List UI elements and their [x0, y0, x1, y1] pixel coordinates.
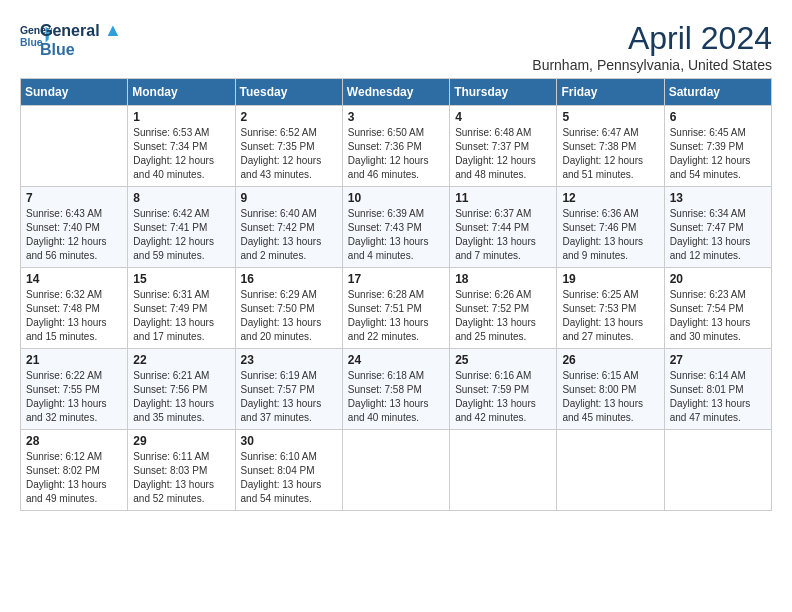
day-info: Sunrise: 6:50 AM Sunset: 7:36 PM Dayligh… — [348, 126, 444, 182]
title-block: April 2024 Burnham, Pennsylvania, United… — [532, 20, 772, 73]
day-info: Sunrise: 6:43 AM Sunset: 7:40 PM Dayligh… — [26, 207, 122, 263]
day-number: 21 — [26, 353, 122, 367]
day-number: 15 — [133, 272, 229, 286]
day-info: Sunrise: 6:10 AM Sunset: 8:04 PM Dayligh… — [241, 450, 337, 506]
day-info: Sunrise: 6:14 AM Sunset: 8:01 PM Dayligh… — [670, 369, 766, 425]
day-info: Sunrise: 6:32 AM Sunset: 7:48 PM Dayligh… — [26, 288, 122, 344]
calendar-cell — [21, 106, 128, 187]
day-number: 27 — [670, 353, 766, 367]
calendar-week-2: 7Sunrise: 6:43 AM Sunset: 7:40 PM Daylig… — [21, 187, 772, 268]
logo-text-general: General ▲ — [40, 21, 140, 41]
day-number: 22 — [133, 353, 229, 367]
calendar-cell: 8Sunrise: 6:42 AM Sunset: 7:41 PM Daylig… — [128, 187, 235, 268]
day-number: 17 — [348, 272, 444, 286]
day-info: Sunrise: 6:36 AM Sunset: 7:46 PM Dayligh… — [562, 207, 658, 263]
day-number: 1 — [133, 110, 229, 124]
calendar-cell: 16Sunrise: 6:29 AM Sunset: 7:50 PM Dayli… — [235, 268, 342, 349]
day-info: Sunrise: 6:31 AM Sunset: 7:49 PM Dayligh… — [133, 288, 229, 344]
day-number: 10 — [348, 191, 444, 205]
day-info: Sunrise: 6:16 AM Sunset: 7:59 PM Dayligh… — [455, 369, 551, 425]
calendar-cell — [342, 430, 449, 511]
calendar-cell: 23Sunrise: 6:19 AM Sunset: 7:57 PM Dayli… — [235, 349, 342, 430]
day-number: 26 — [562, 353, 658, 367]
day-info: Sunrise: 6:26 AM Sunset: 7:52 PM Dayligh… — [455, 288, 551, 344]
day-number: 11 — [455, 191, 551, 205]
calendar-cell: 20Sunrise: 6:23 AM Sunset: 7:54 PM Dayli… — [664, 268, 771, 349]
day-info: Sunrise: 6:37 AM Sunset: 7:44 PM Dayligh… — [455, 207, 551, 263]
day-number: 2 — [241, 110, 337, 124]
day-info: Sunrise: 6:48 AM Sunset: 7:37 PM Dayligh… — [455, 126, 551, 182]
calendar-cell: 11Sunrise: 6:37 AM Sunset: 7:44 PM Dayli… — [450, 187, 557, 268]
calendar-cell: 10Sunrise: 6:39 AM Sunset: 7:43 PM Dayli… — [342, 187, 449, 268]
calendar-week-1: 1Sunrise: 6:53 AM Sunset: 7:34 PM Daylig… — [21, 106, 772, 187]
calendar-cell: 2Sunrise: 6:52 AM Sunset: 7:35 PM Daylig… — [235, 106, 342, 187]
day-number: 20 — [670, 272, 766, 286]
day-info: Sunrise: 6:23 AM Sunset: 7:54 PM Dayligh… — [670, 288, 766, 344]
calendar-cell: 22Sunrise: 6:21 AM Sunset: 7:56 PM Dayli… — [128, 349, 235, 430]
day-number: 28 — [26, 434, 122, 448]
calendar-week-4: 21Sunrise: 6:22 AM Sunset: 7:55 PM Dayli… — [21, 349, 772, 430]
calendar-cell — [557, 430, 664, 511]
calendar-cell: 1Sunrise: 6:53 AM Sunset: 7:34 PM Daylig… — [128, 106, 235, 187]
day-number: 30 — [241, 434, 337, 448]
day-number: 25 — [455, 353, 551, 367]
weekday-header-thursday: Thursday — [450, 79, 557, 106]
day-number: 14 — [26, 272, 122, 286]
day-info: Sunrise: 6:42 AM Sunset: 7:41 PM Dayligh… — [133, 207, 229, 263]
calendar-cell — [450, 430, 557, 511]
day-number: 29 — [133, 434, 229, 448]
calendar-cell: 19Sunrise: 6:25 AM Sunset: 7:53 PM Dayli… — [557, 268, 664, 349]
calendar-cell — [664, 430, 771, 511]
calendar-cell: 25Sunrise: 6:16 AM Sunset: 7:59 PM Dayli… — [450, 349, 557, 430]
logo-text-blue: Blue — [40, 41, 140, 59]
calendar-cell: 14Sunrise: 6:32 AM Sunset: 7:48 PM Dayli… — [21, 268, 128, 349]
day-number: 8 — [133, 191, 229, 205]
calendar-cell: 28Sunrise: 6:12 AM Sunset: 8:02 PM Dayli… — [21, 430, 128, 511]
calendar-cell: 7Sunrise: 6:43 AM Sunset: 7:40 PM Daylig… — [21, 187, 128, 268]
day-number: 7 — [26, 191, 122, 205]
day-info: Sunrise: 6:39 AM Sunset: 7:43 PM Dayligh… — [348, 207, 444, 263]
calendar-week-3: 14Sunrise: 6:32 AM Sunset: 7:48 PM Dayli… — [21, 268, 772, 349]
day-info: Sunrise: 6:29 AM Sunset: 7:50 PM Dayligh… — [241, 288, 337, 344]
calendar-cell: 18Sunrise: 6:26 AM Sunset: 7:52 PM Dayli… — [450, 268, 557, 349]
month-title: April 2024 — [532, 20, 772, 57]
calendar-cell: 27Sunrise: 6:14 AM Sunset: 8:01 PM Dayli… — [664, 349, 771, 430]
day-info: Sunrise: 6:22 AM Sunset: 7:55 PM Dayligh… — [26, 369, 122, 425]
day-number: 24 — [348, 353, 444, 367]
day-info: Sunrise: 6:28 AM Sunset: 7:51 PM Dayligh… — [348, 288, 444, 344]
day-number: 3 — [348, 110, 444, 124]
weekday-header-monday: Monday — [128, 79, 235, 106]
weekday-header-tuesday: Tuesday — [235, 79, 342, 106]
day-info: Sunrise: 6:34 AM Sunset: 7:47 PM Dayligh… — [670, 207, 766, 263]
calendar-cell: 4Sunrise: 6:48 AM Sunset: 7:37 PM Daylig… — [450, 106, 557, 187]
day-number: 4 — [455, 110, 551, 124]
day-number: 16 — [241, 272, 337, 286]
calendar-cell: 15Sunrise: 6:31 AM Sunset: 7:49 PM Dayli… — [128, 268, 235, 349]
calendar-cell: 3Sunrise: 6:50 AM Sunset: 7:36 PM Daylig… — [342, 106, 449, 187]
day-info: Sunrise: 6:15 AM Sunset: 8:00 PM Dayligh… — [562, 369, 658, 425]
calendar-cell: 9Sunrise: 6:40 AM Sunset: 7:42 PM Daylig… — [235, 187, 342, 268]
calendar-cell: 6Sunrise: 6:45 AM Sunset: 7:39 PM Daylig… — [664, 106, 771, 187]
calendar-cell: 12Sunrise: 6:36 AM Sunset: 7:46 PM Dayli… — [557, 187, 664, 268]
day-info: Sunrise: 6:11 AM Sunset: 8:03 PM Dayligh… — [133, 450, 229, 506]
day-info: Sunrise: 6:45 AM Sunset: 7:39 PM Dayligh… — [670, 126, 766, 182]
calendar-cell: 17Sunrise: 6:28 AM Sunset: 7:51 PM Dayli… — [342, 268, 449, 349]
calendar-cell: 30Sunrise: 6:10 AM Sunset: 8:04 PM Dayli… — [235, 430, 342, 511]
day-number: 12 — [562, 191, 658, 205]
day-info: Sunrise: 6:53 AM Sunset: 7:34 PM Dayligh… — [133, 126, 229, 182]
calendar-cell: 13Sunrise: 6:34 AM Sunset: 7:47 PM Dayli… — [664, 187, 771, 268]
weekday-header-sunday: Sunday — [21, 79, 128, 106]
day-number: 5 — [562, 110, 658, 124]
day-info: Sunrise: 6:19 AM Sunset: 7:57 PM Dayligh… — [241, 369, 337, 425]
calendar-cell: 26Sunrise: 6:15 AM Sunset: 8:00 PM Dayli… — [557, 349, 664, 430]
day-number: 18 — [455, 272, 551, 286]
day-number: 9 — [241, 191, 337, 205]
day-info: Sunrise: 6:21 AM Sunset: 7:56 PM Dayligh… — [133, 369, 229, 425]
calendar-table: SundayMondayTuesdayWednesdayThursdayFrid… — [20, 78, 772, 511]
calendar-week-5: 28Sunrise: 6:12 AM Sunset: 8:02 PM Dayli… — [21, 430, 772, 511]
day-info: Sunrise: 6:40 AM Sunset: 7:42 PM Dayligh… — [241, 207, 337, 263]
calendar-cell: 5Sunrise: 6:47 AM Sunset: 7:38 PM Daylig… — [557, 106, 664, 187]
calendar-cell: 29Sunrise: 6:11 AM Sunset: 8:03 PM Dayli… — [128, 430, 235, 511]
weekday-header-wednesday: Wednesday — [342, 79, 449, 106]
calendar-header-row: SundayMondayTuesdayWednesdayThursdayFrid… — [21, 79, 772, 106]
